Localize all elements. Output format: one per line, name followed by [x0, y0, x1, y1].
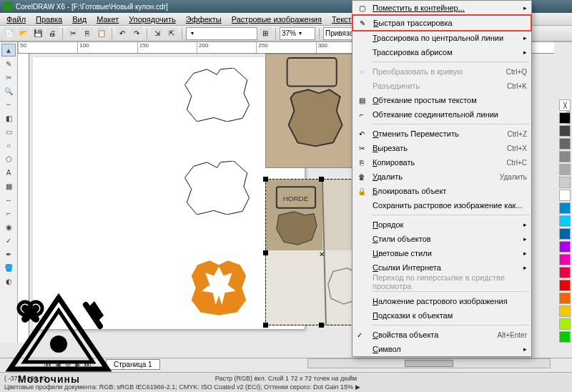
trace-icon: ✎ — [357, 17, 368, 29]
menu-arrange[interactable]: Упорядочить — [124, 15, 180, 24]
menu-file[interactable]: Файл — [1, 15, 31, 24]
table-tool[interactable]: ▦ — [1, 180, 16, 192]
print-button[interactable]: 🖨 — [46, 27, 59, 40]
handle-bc[interactable] — [319, 323, 324, 328]
swatch[interactable] — [559, 228, 571, 240]
conn-icon: ⌐ — [356, 109, 368, 120]
ctx-cut[interactable]: ✂ВырезатьCtrl+X — [352, 141, 531, 155]
export-button[interactable]: ⇱ — [165, 27, 178, 40]
hscrollbar[interactable] — [307, 358, 551, 368]
handle-tl[interactable] — [263, 177, 268, 182]
swatch[interactable] — [559, 293, 571, 304]
watermark-logo: Мозгочины — [0, 290, 118, 385]
swatch[interactable] — [559, 215, 571, 227]
container-icon: ▢ — [356, 2, 368, 14]
menu-edit[interactable]: Правка — [31, 15, 67, 24]
ctx-save-bitmap[interactable]: Сохранить растровое изображение как... — [352, 198, 531, 212]
menu-effects[interactable]: Эффекты — [181, 15, 227, 24]
center-marker[interactable]: ✕ — [319, 250, 325, 258]
swatch[interactable] — [559, 202, 571, 214]
shape-tool[interactable]: ✎ — [1, 57, 16, 70]
ctx-object-hints[interactable]: Подсказки к объектам — [352, 308, 531, 323]
redo-button[interactable]: ↷ — [130, 27, 143, 40]
ctx-order[interactable]: Порядок▸ — [352, 217, 531, 232]
handle-bl[interactable] — [263, 323, 268, 328]
ctx-object-styles[interactable]: Стили объектов▸ — [352, 232, 531, 246]
ctx-hyperlink: Переход по гиперссылке в средстве просмо… — [352, 275, 531, 289]
copy-button[interactable]: ⎘ — [81, 27, 94, 40]
swatch[interactable] — [559, 241, 571, 253]
ctx-internet-links[interactable]: Ссылки Интернета▸ — [352, 260, 531, 275]
rect-tool[interactable]: ▭ — [1, 125, 16, 138]
swatch[interactable] — [559, 125, 571, 137]
swatch[interactable] — [559, 138, 571, 150]
swatch-none[interactable]: ╳ — [559, 99, 571, 111]
ctx-quick-trace[interactable]: ✎Быстрая трассировка — [353, 16, 531, 30]
traced-outline-1[interactable] — [183, 68, 251, 122]
swatch[interactable] — [559, 164, 571, 175]
traced-outline-2[interactable] — [183, 161, 251, 215]
swatch[interactable] — [559, 177, 571, 188]
ctx-overprint-bitmap[interactable]: Наложение растрового изображения — [352, 294, 531, 308]
eyedropper-tool[interactable]: ✓ — [1, 234, 16, 247]
menu-view[interactable]: Вид — [67, 15, 92, 24]
swatch[interactable] — [559, 267, 571, 278]
curve-icon: ○ — [356, 66, 368, 77]
ctx-object-properties[interactable]: ✓Свойства объектаAlt+Enter — [352, 328, 531, 342]
new-button[interactable]: 📄 — [3, 27, 16, 40]
swatch[interactable] — [559, 331, 571, 343]
menu-bitmaps[interactable]: Растровые изображения — [227, 15, 327, 24]
ctx-undo[interactable]: ↶Отменить ПереместитьCtrl+Z — [352, 127, 531, 141]
ctx-lock[interactable]: 🔒Блокировать объект — [352, 184, 531, 198]
swatch[interactable] — [559, 151, 571, 162]
effects-tool[interactable]: ◉ — [1, 220, 16, 233]
import-button[interactable]: ⇲ — [151, 27, 164, 40]
swatch-black[interactable] — [559, 112, 571, 124]
zoom-tool[interactable]: 🔍 — [1, 84, 16, 97]
delete-icon: 🗑 — [356, 171, 368, 182]
menu-layout[interactable]: Макет — [92, 15, 124, 24]
open-button[interactable]: 📂 — [17, 27, 30, 40]
ellipse-tool[interactable]: ○ — [1, 139, 16, 152]
pick-tool[interactable]: ▲ — [1, 44, 16, 57]
ctx-place-in-container[interactable]: ▢Поместить в контейнер...▸ — [352, 1, 531, 15]
ctx-symbol[interactable]: Символ▸ — [352, 342, 531, 356]
welcome-button[interactable]: ⊞ — [259, 27, 272, 40]
app-launcher[interactable] — [186, 27, 257, 40]
ctx-color-styles[interactable]: Цветовые стили▸ — [352, 246, 531, 260]
undo-button[interactable]: ↶ — [116, 27, 129, 40]
interactive-fill-tool[interactable]: ◐ — [1, 275, 16, 288]
fill-tool[interactable]: 🪣 — [1, 261, 16, 274]
text-tool[interactable]: A — [1, 166, 16, 179]
ctx-wrap-connector[interactable]: ⌐Обтекание соединительной линии — [352, 107, 531, 122]
handle-ml[interactable] — [263, 250, 268, 255]
hscroll-thumb[interactable] — [405, 360, 453, 367]
swatch[interactable] — [559, 305, 571, 317]
outline-tool[interactable]: ✒ — [1, 248, 16, 260]
connector-tool[interactable]: ⌐ — [1, 207, 16, 220]
cut-button[interactable]: ✂ — [66, 27, 79, 40]
ctx-centerline-trace[interactable]: Трассировка по центральной линии▸ — [352, 31, 531, 45]
swatch[interactable] — [559, 280, 571, 291]
swatch[interactable] — [559, 254, 571, 265]
ctx-delete[interactable]: 🗑УдалитьУдалить — [352, 170, 531, 184]
ctx-wrap-text[interactable]: ▤Обтекание простым текстом — [352, 93, 531, 107]
polygon-tool[interactable]: ⬠ — [1, 152, 16, 165]
crop-tool[interactable]: ✂ — [1, 71, 16, 84]
ctx-outline-trace[interactable]: Трассировка абрисом▸ — [352, 45, 531, 59]
ctx-convert-to-curves: ○Преобразовать в кривуюCtrl+Q — [352, 64, 531, 79]
undo-icon: ↶ — [356, 128, 368, 139]
page — [33, 57, 305, 329]
horde-logo[interactable] — [187, 258, 251, 318]
ctx-copy[interactable]: ⎘КопироватьCtrl+C — [352, 155, 531, 170]
swatch-white[interactable] — [559, 190, 571, 201]
copy-icon: ⎘ — [356, 157, 368, 168]
save-button[interactable]: 💾 — [31, 27, 44, 40]
swatch[interactable] — [559, 318, 571, 330]
paste-button[interactable]: 📋 — [95, 27, 108, 40]
handle-tc[interactable] — [319, 177, 324, 182]
dimension-tool[interactable]: ↔ — [1, 193, 16, 206]
freehand-tool[interactable]: ～ — [1, 98, 16, 111]
smart-fill-tool[interactable]: ◧ — [1, 112, 16, 124]
zoom-combo[interactable]: 37% — [280, 27, 315, 40]
